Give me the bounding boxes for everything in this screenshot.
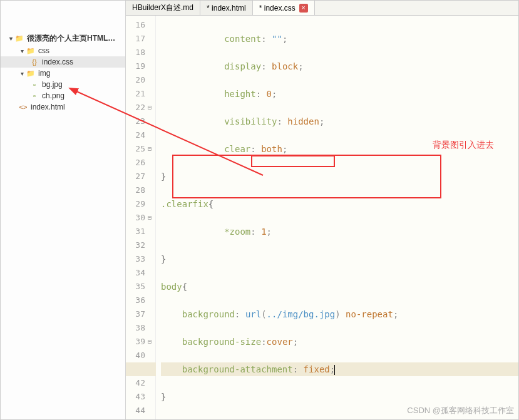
tree-file-css[interactable]: {} index.css: [1, 56, 125, 68]
fold-icon: ⊟: [146, 335, 153, 349]
tab-bar: HBuilderX自述.md * index.html * index.css …: [126, 1, 518, 16]
chevron-down-icon: ▾: [18, 70, 26, 77]
image-file-icon: ▫: [29, 80, 39, 89]
tree-folder-css[interactable]: ▾ 📁 css: [1, 45, 125, 56]
image-file-icon: ▫: [29, 91, 39, 100]
folder-icon: 📁: [14, 34, 24, 43]
folder-icon: 📁: [26, 69, 36, 78]
code-content[interactable]: content: ""; display: block; height: 0; …: [156, 16, 518, 419]
tree-file-bg[interactable]: ▫ bg.jpg: [1, 79, 125, 90]
tree-label: ch.png: [42, 91, 64, 100]
text-cursor: [334, 365, 335, 375]
chevron-down-icon: ▾: [18, 48, 26, 54]
tab-label: HBuilderX自述.md: [132, 3, 193, 13]
watermark: CSDN @孤客网络科技工作室: [407, 405, 514, 416]
fold-icon: ⊟: [146, 211, 153, 225]
tree-label: css: [38, 46, 49, 55]
code-editor[interactable]: 16 17 18 19 20 21 22⊟ 23 24 25⊟ 26 27 28…: [126, 16, 518, 419]
tree-folder-img[interactable]: ▾ 📁 img: [1, 68, 125, 79]
tab-index-css[interactable]: * index.css ×: [253, 1, 315, 15]
tree-label: index.html: [31, 103, 65, 111]
fold-icon: ⊟: [146, 142, 153, 156]
app-window: ▾ 📁 很漂亮的个人主页HTML… ▾ 📁 css {} index.css ▾…: [0, 0, 519, 420]
annotation-box-small: [251, 155, 335, 167]
fold-icon: ⊟: [146, 101, 153, 115]
tab-label: * index.html: [207, 4, 246, 13]
tree-label: index.css: [42, 58, 73, 66]
tree-file-ch[interactable]: ▫ ch.png: [1, 90, 125, 101]
file-explorer: ▾ 📁 很漂亮的个人主页HTML… ▾ 📁 css {} index.css ▾…: [1, 1, 126, 419]
annotation-text: 背景图引入进去: [433, 140, 494, 151]
tree-file-html[interactable]: <> index.html: [1, 101, 125, 113]
tab-hbuilderx[interactable]: HBuilderX自述.md: [126, 1, 200, 15]
html-file-icon: <>: [18, 103, 28, 111]
tree-root[interactable]: ▾ 📁 很漂亮的个人主页HTML…: [1, 32, 125, 45]
folder-icon: 📁: [26, 46, 36, 55]
css-file-icon: {}: [29, 58, 39, 66]
tree-label: bg.jpg: [42, 80, 63, 89]
tree-label: img: [38, 69, 50, 78]
tab-label: * index.css: [259, 4, 295, 13]
tab-index-html[interactable]: * index.html: [200, 1, 253, 15]
close-icon[interactable]: ×: [299, 4, 308, 13]
chevron-down-icon: ▾: [7, 35, 14, 42]
line-gutter: 16 17 18 19 20 21 22⊟ 23 24 25⊟ 26 27 28…: [126, 16, 156, 419]
editor-area: HBuilderX自述.md * index.html * index.css …: [126, 1, 518, 419]
tree-root-label: 很漂亮的个人主页HTML…: [27, 33, 115, 44]
